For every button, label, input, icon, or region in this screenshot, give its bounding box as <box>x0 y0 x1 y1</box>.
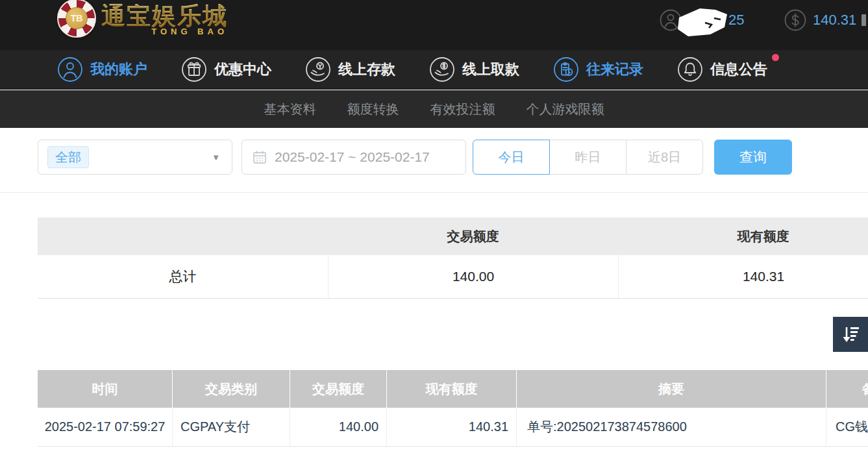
poker-chip-icon: TB <box>57 0 96 38</box>
balance-suffix-fragment <box>862 14 866 26</box>
col-header-type: 交易类别 <box>172 370 290 408</box>
col-header-balance: 现有额度 <box>386 370 516 408</box>
nav-label: 线上存款 <box>338 60 395 79</box>
section-divider <box>0 192 868 193</box>
summary-total-row: 总计 140.00 140.31 <box>38 255 868 299</box>
col-header-remark: 备注 <box>826 370 868 408</box>
top-header: TB 通宝娱乐城 TONG BAO 25 140. <box>0 0 868 50</box>
calendar-icon <box>253 150 267 164</box>
summary-total-label: 总计 <box>38 255 328 298</box>
account-subnav: 基本资料 额度转换 有效投注额 个人游戏限额 <box>0 90 868 128</box>
brand-logo[interactable]: TB 通宝娱乐城 TONG BAO <box>57 0 228 38</box>
sort-descending-button[interactable] <box>833 317 868 352</box>
summary-header-transaction-amount: 交易额度 <box>328 228 618 245</box>
nav-label: 我的账户 <box>90 60 147 79</box>
chevron-down-icon: ▼ <box>212 153 220 162</box>
cell-time: 2025-02-17 07:59:27 <box>38 408 172 446</box>
username-text: 25 <box>728 12 744 29</box>
cell-remark: CG钱包 <box>826 408 868 446</box>
selected-type-chip: 全部 <box>47 146 89 168</box>
deposit-icon <box>305 56 331 82</box>
cell-balance: 140.31 <box>386 408 516 446</box>
yesterday-button[interactable]: 昨日 <box>549 140 626 175</box>
page: TB 通宝娱乐城 TONG BAO 25 140. <box>0 0 868 459</box>
brand-text: 通宝娱乐城 TONG BAO <box>101 0 228 36</box>
transactions-table: 时间 交易类别 交易额度 现有额度 摘要 备注 2025-02-17 07:59… <box>38 370 868 447</box>
search-button[interactable]: 查询 <box>714 140 792 175</box>
user-icon <box>57 56 83 82</box>
nav-label: 线上取款 <box>462 60 519 79</box>
col-header-amount: 交易额度 <box>290 370 386 408</box>
last-8-days-button[interactable]: 近8日 <box>626 140 703 175</box>
chip-tb-label: TB <box>66 7 88 29</box>
summary-header-current-balance: 现有额度 <box>618 228 868 245</box>
today-button[interactable]: 今日 <box>473 140 550 175</box>
sort-descending-icon <box>840 324 861 345</box>
summary-current-balance: 140.31 <box>618 255 868 298</box>
brand-name-cn: 通宝娱乐城 <box>101 4 228 29</box>
date-range-input[interactable]: 2025-02-17 ~ 2025-02-17 <box>242 140 466 175</box>
cell-amount: 140.00 <box>290 408 386 446</box>
nav-item-withdraw[interactable]: 线上取款 <box>429 56 519 82</box>
balance-display[interactable]: 140.31 <box>784 9 866 31</box>
notification-dot <box>772 54 779 61</box>
summary-transaction-amount: 140.00 <box>328 255 618 298</box>
col-header-time: 时间 <box>38 370 172 408</box>
summary-table: 交易额度 现有额度 总计 140.00 140.31 <box>38 217 868 299</box>
bell-icon <box>677 56 703 82</box>
quick-date-buttons: 今日 昨日 近8日 <box>473 140 703 175</box>
summary-header-row: 交易额度 现有额度 <box>38 217 868 255</box>
balance-text: 140.31 <box>813 12 856 29</box>
nav-label: 优惠中心 <box>214 60 271 79</box>
subnav-item-credit-transfer[interactable]: 额度转换 <box>347 101 399 118</box>
nav-item-announcements[interactable]: 信息公告 <box>677 56 767 82</box>
withdraw-icon <box>429 56 455 82</box>
dollar-icon <box>784 9 806 31</box>
transaction-type-select[interactable]: 全部 ▼ <box>38 140 232 175</box>
user-account-button[interactable]: 25 <box>660 9 744 31</box>
user-icon <box>660 9 682 31</box>
transactions-header-row: 时间 交易类别 交易额度 现有额度 摘要 备注 <box>38 370 868 408</box>
subnav-item-game-limits[interactable]: 个人游戏限额 <box>527 101 604 118</box>
gift-icon <box>181 56 207 82</box>
col-header-summary: 摘要 <box>516 370 826 408</box>
nav-label: 往来记录 <box>586 60 643 79</box>
cell-summary: 单号:202502173874578600 <box>516 408 826 446</box>
nav-item-records[interactable]: 往来记录 <box>553 56 643 82</box>
cell-type: CGPAY支付 <box>172 408 290 446</box>
nav-label: 信息公告 <box>710 60 767 79</box>
main-navigation: 我的账户 优惠中心 线上存款 <box>0 50 868 90</box>
nav-item-deposit[interactable]: 线上存款 <box>305 56 395 82</box>
records-icon <box>553 56 579 82</box>
date-range-value: 2025-02-17 ~ 2025-02-17 <box>275 149 430 165</box>
nav-item-my-account[interactable]: 我的账户 <box>57 56 147 82</box>
table-row: 2025-02-17 07:59:27 CGPAY支付 140.00 140.3… <box>38 408 868 447</box>
nav-item-promotions[interactable]: 优惠中心 <box>181 56 271 82</box>
subnav-item-basic-info[interactable]: 基本资料 <box>264 101 316 118</box>
subnav-item-valid-bets[interactable]: 有效投注额 <box>430 101 495 118</box>
